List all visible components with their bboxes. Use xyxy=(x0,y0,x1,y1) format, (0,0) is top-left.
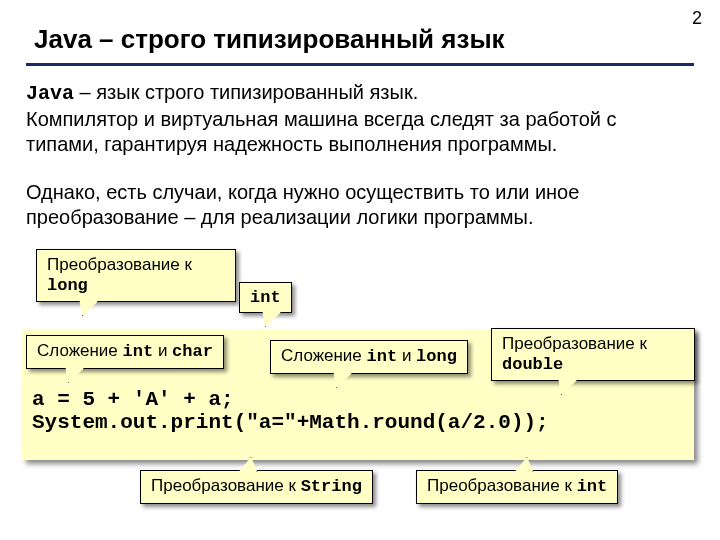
slide-body: Java – язык строго типизированный язык. … xyxy=(0,66,720,231)
callout-type: double xyxy=(502,355,563,374)
callout-convert-double: Преобразование к double xyxy=(491,328,695,381)
paragraph-2: Однако, есть случаи, когда нужно осущест… xyxy=(26,180,694,231)
callout-add-int-long: Сложение int и long xyxy=(270,340,468,374)
callout-type: long xyxy=(416,347,457,366)
callout-tail-icon xyxy=(258,312,282,327)
callout-type: int xyxy=(123,342,154,361)
callout-type: int xyxy=(577,477,608,496)
paragraph-1-line2: Компилятор и виртуальная машина всегда с… xyxy=(26,108,617,156)
callout-text: Преобразование к xyxy=(151,476,301,495)
callout-type: String xyxy=(301,477,362,496)
java-keyword: Java xyxy=(26,82,74,105)
callout-type: int xyxy=(250,288,281,307)
callout-convert-int: Преобразование к int xyxy=(416,470,618,504)
callout-int: int xyxy=(239,282,292,313)
callout-add-int-char: Сложение int и char xyxy=(26,335,224,369)
callout-text: Преобразование к xyxy=(427,476,577,495)
callout-text: и xyxy=(153,341,172,360)
slide-title: Java – строго типизированный язык xyxy=(0,0,720,61)
callout-text: и xyxy=(397,346,416,365)
callout-type: long xyxy=(47,276,88,295)
page-number: 2 xyxy=(692,8,702,29)
callout-text: Сложение xyxy=(281,346,367,365)
callout-convert-string: Преобразование к String xyxy=(140,470,373,504)
callout-tail-icon xyxy=(75,301,99,316)
callout-type: int xyxy=(367,347,398,366)
callout-type: char xyxy=(172,342,213,361)
callout-convert-long: Преобразование к long xyxy=(36,249,236,302)
callout-text: Преобразование к xyxy=(502,334,647,353)
paragraph-1-rest: – язык строго типизированный язык. xyxy=(74,81,418,103)
paragraph-1: Java – язык строго типизированный язык. … xyxy=(26,80,694,158)
callout-text: Преобразование к xyxy=(47,255,192,274)
callout-text: Сложение xyxy=(37,341,123,360)
